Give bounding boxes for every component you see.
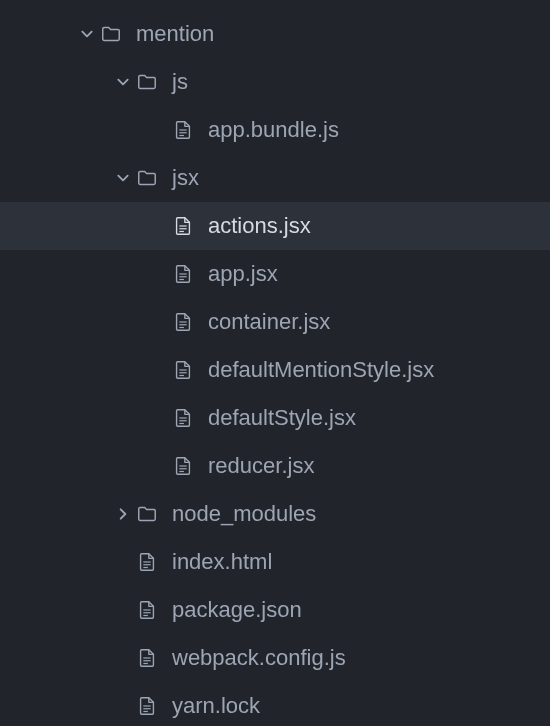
file-icon — [134, 551, 160, 573]
chevron-down-icon[interactable] — [112, 171, 134, 185]
tree-item-label: mention — [136, 21, 214, 47]
file-icon — [170, 455, 196, 477]
tree-row-package-json[interactable]: package.json — [0, 586, 550, 634]
tree-item-label: node_modules — [172, 501, 316, 527]
tree-item-label: package.json — [172, 597, 302, 623]
folder-icon — [134, 71, 160, 93]
tree-item-label: app.bundle.js — [208, 117, 339, 143]
file-icon — [170, 407, 196, 429]
chevron-down-icon[interactable] — [112, 75, 134, 89]
tree-row-defaultmentionstyle-jsx[interactable]: defaultMentionStyle.jsx — [0, 346, 550, 394]
chevron-right-icon[interactable] — [112, 507, 134, 521]
tree-row-js[interactable]: js — [0, 58, 550, 106]
tree-item-label: container.jsx — [208, 309, 330, 335]
file-icon — [134, 647, 160, 669]
file-icon — [170, 311, 196, 333]
tree-item-label: webpack.config.js — [172, 645, 346, 671]
chevron-down-icon[interactable] — [76, 27, 98, 41]
folder-icon — [134, 167, 160, 189]
tree-item-label: defaultStyle.jsx — [208, 405, 356, 431]
file-icon — [170, 359, 196, 381]
tree-row-defaultstyle-jsx[interactable]: defaultStyle.jsx — [0, 394, 550, 442]
tree-row-index-html[interactable]: index.html — [0, 538, 550, 586]
tree-item-label: actions.jsx — [208, 213, 311, 239]
tree-item-label: js — [172, 69, 188, 95]
folder-icon — [98, 23, 124, 45]
folder-icon — [134, 503, 160, 525]
file-icon — [170, 215, 196, 237]
file-icon — [134, 599, 160, 621]
tree-row-app-bundle-js[interactable]: app.bundle.js — [0, 106, 550, 154]
tree-row-webpack-config-js[interactable]: webpack.config.js — [0, 634, 550, 682]
tree-item-label: yarn.lock — [172, 693, 260, 719]
tree-item-label: index.html — [172, 549, 272, 575]
tree-row-node-modules[interactable]: node_modules — [0, 490, 550, 538]
file-icon — [134, 695, 160, 717]
tree-item-label: jsx — [172, 165, 199, 191]
tree-row-yarn-lock[interactable]: yarn.lock — [0, 682, 550, 726]
tree-row-jsx[interactable]: jsx — [0, 154, 550, 202]
file-icon — [170, 119, 196, 141]
file-icon — [170, 263, 196, 285]
tree-item-label: reducer.jsx — [208, 453, 314, 479]
tree-row-actions-jsx[interactable]: actions.jsx — [0, 202, 550, 250]
tree-row-app-jsx[interactable]: app.jsx — [0, 250, 550, 298]
tree-item-label: defaultMentionStyle.jsx — [208, 357, 434, 383]
tree-row-mention[interactable]: mention — [0, 10, 550, 58]
file-tree: mentionjsapp.bundle.jsjsxactions.jsxapp.… — [0, 0, 550, 726]
tree-item-label: app.jsx — [208, 261, 278, 287]
tree-row-container-jsx[interactable]: container.jsx — [0, 298, 550, 346]
tree-row-reducer-jsx[interactable]: reducer.jsx — [0, 442, 550, 490]
